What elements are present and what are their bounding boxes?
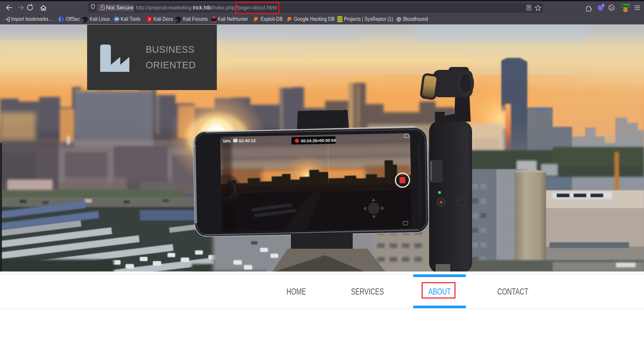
svg-text:5: 5 bbox=[602, 4, 604, 7]
svg-text:02:40:12: 02:40:12 bbox=[239, 138, 256, 143]
svg-text:00:24:25>00:00:04: 00:24:25>00:00:04 bbox=[301, 138, 336, 143]
svg-text:Burp: Burp bbox=[622, 4, 629, 8]
svg-text:59%: 59% bbox=[223, 139, 231, 143]
